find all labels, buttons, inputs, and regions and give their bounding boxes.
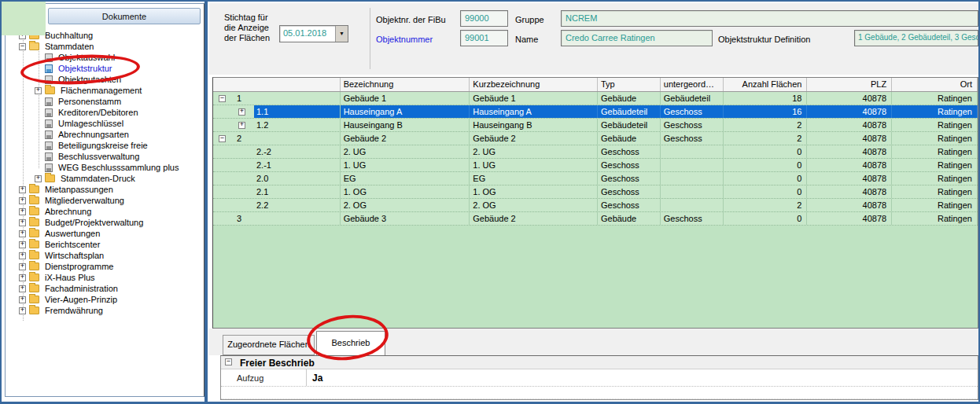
sidebar-item-mitgliederverwaltung[interactable]: +Mitgliederverwaltung <box>10 195 201 206</box>
doc-icon <box>45 141 53 150</box>
sidebar-item-wirtschaftsplan[interactable]: +Wirtschaftsplan <box>10 250 201 261</box>
plus-expander-icon[interactable]: + <box>19 263 26 270</box>
cell-untergeord: Geschoss <box>661 105 724 118</box>
plus-expander-icon[interactable]: + <box>19 208 26 215</box>
plus-expander-icon[interactable]: + <box>35 175 42 182</box>
cell-plz: 40878 <box>807 105 892 118</box>
name-field[interactable]: Credo Carree Ratingen <box>561 30 713 46</box>
sidebar-item-auswertungen[interactable]: +Auswertungen <box>10 228 201 239</box>
table-row-2-0[interactable]: 2.0EGEGGeschoss040878Ratingen <box>213 172 978 185</box>
plus-expander-icon[interactable]: + <box>19 252 26 259</box>
cell-typ: Gebäude <box>598 132 661 145</box>
cell-plz: 40878 <box>807 212 892 225</box>
cell-anzahl-fl-chen: 2 <box>724 119 808 131</box>
sidebar-item-umlageschl-ssel[interactable]: Umlageschlüssel <box>10 118 201 129</box>
gruppe-field[interactable]: NCREM <box>561 10 978 27</box>
cell-bezeichnung: 1. OG <box>341 185 470 198</box>
stichtag-label: Stichtag für die Anzeige der Flächen <box>224 13 270 43</box>
plus-expander-icon[interactable]: + <box>238 108 245 116</box>
table-row-1[interactable]: −1Gebäude 1Gebäude 1GebäudeGebäudeteil18… <box>213 92 978 105</box>
objektstruktur-definition-field[interactable]: 1 Gebäude, 2 Gebäudeteil, 3 Geschoss <box>854 30 978 46</box>
table-row-3[interactable]: 3Gebäude 3Gebäude 2GebäudeGeschoss040878… <box>213 212 978 226</box>
sidebar-item-label: Fachadministration <box>43 284 120 293</box>
plus-expander-icon[interactable]: + <box>35 87 42 94</box>
collapse-minus-icon[interactable]: − <box>225 358 232 365</box>
sidebar-item-abrechnung[interactable]: +Abrechnung <box>10 206 201 217</box>
sidebar-item-fl-chenmanagement[interactable]: +Flächenmanagement <box>10 85 201 96</box>
objektnr-fibu-field[interactable]: 99000 <box>460 10 508 27</box>
sidebar-item-ix-haus-plus[interactable]: +iX-Haus Plus <box>10 272 201 283</box>
sidebar-item-fachadministration[interactable]: +Fachadministration <box>10 283 201 294</box>
plus-expander-icon[interactable]: + <box>19 219 26 226</box>
sidebar-item-kreditoren-debitoren[interactable]: Kreditoren/Debitoren <box>10 107 201 118</box>
column-header-ort[interactable]: Ort <box>892 78 978 91</box>
sidebar-item-budget-projektverwaltung[interactable]: +Budget/Projektverwaltung <box>10 217 201 228</box>
doc-icon <box>45 130 53 139</box>
column-header-tree[interactable] <box>213 78 341 91</box>
table-row-2-1[interactable]: 2.-11. UG1. UGGeschoss040878Ratingen <box>213 159 978 172</box>
cell-bezeichnung: Gebäude 2 <box>341 132 470 145</box>
table-row-1-1[interactable]: +1.1Hauseingang AHauseingang AGebäudetei… <box>213 105 978 119</box>
stichtag-date-select[interactable]: 05.01.2018 ▼ <box>279 25 348 42</box>
folder-icon <box>45 86 55 94</box>
cell-anzahl-fl-chen: 2 <box>724 132 808 145</box>
sidebar-item-fremdw-hrung[interactable]: +Fremdwährung <box>10 305 201 316</box>
cell-bezeichnung: EG <box>341 172 470 185</box>
tab-zugeordnete-fl-chen[interactable]: Zugeordnete Flächen <box>223 335 315 355</box>
column-header-typ[interactable]: Typ <box>598 78 661 91</box>
folder-icon <box>29 252 39 259</box>
table-row-2-1[interactable]: 2.11. OG1. OGGeschoss040878Ratingen <box>213 185 978 199</box>
plus-expander-icon[interactable]: + <box>19 186 26 193</box>
sidebar-item-stammdaten[interactable]: −Stammdaten <box>10 41 201 52</box>
folder-icon <box>29 196 39 204</box>
sidebar-item-weg-beschlusssammlung-plus[interactable]: WEG Beschlusssammlung plus <box>10 162 201 173</box>
column-header-bezeichnung[interactable]: Bezeichnung <box>341 78 470 91</box>
sidebar-item-abrechnungsarten[interactable]: Abrechnungsarten <box>10 129 201 140</box>
row-number-label: 1.2 <box>254 119 340 131</box>
sidebar-item-mietanpassungen[interactable]: +Mietanpassungen <box>10 184 201 195</box>
sidebar-item-vier-augen-prinzip[interactable]: +Vier-Augen-Prinzip <box>10 294 201 305</box>
column-header-plz[interactable]: PLZ <box>807 78 892 91</box>
row-number-label: 2.2 <box>254 199 340 211</box>
sidebar-item-personenstamm[interactable]: Personenstamm <box>10 96 201 107</box>
cell-kurzbezeichnung: EG <box>470 172 598 185</box>
plus-expander-icon[interactable]: + <box>19 296 26 303</box>
sidebar-item-beteiligungskreise-freie[interactable]: Beteiligungskreise freie <box>10 140 201 151</box>
cell-plz: 40878 <box>807 145 892 158</box>
plus-expander-icon[interactable]: + <box>19 197 26 204</box>
plus-expander-icon[interactable]: + <box>19 230 26 237</box>
row-number-label: 2.0 <box>254 172 340 185</box>
sidebar-item-label: Mitgliederverwaltung <box>43 196 126 205</box>
dokumente-button[interactable]: Dokumente <box>48 8 201 24</box>
sidebar-item-label: Mietanpassungen <box>43 185 115 194</box>
sidebar-item-berichtscenter[interactable]: +Berichtscenter <box>10 239 201 250</box>
sidebar-item-label: Stammdaten <box>43 42 95 51</box>
column-header-anzahl-fl-chen[interactable]: Anzahl Flächen <box>724 78 808 91</box>
sidebar-item-stammdaten-druck[interactable]: +Stammdaten-Druck <box>10 173 201 184</box>
table-row-2-2[interactable]: 2.22. OG2. OGGeschoss240878Ratingen <box>213 199 978 212</box>
minus-expander-icon[interactable]: − <box>19 43 26 50</box>
row-number-label: 2.-2 <box>254 145 340 158</box>
sidebar-item-dienstprogramme[interactable]: +Dienstprogramme <box>10 261 201 272</box>
plus-expander-icon[interactable]: + <box>19 241 26 248</box>
beschrieb-row-aufzug[interactable]: Aufzug Ja <box>221 369 978 387</box>
plus-expander-icon[interactable]: + <box>19 307 26 314</box>
table-row-2[interactable]: −2Gebäude 2Gebäude 2GebäudeGeschoss24087… <box>213 132 978 145</box>
cell-kurzbezeichnung: 1. UG <box>470 159 598 171</box>
chevron-down-icon[interactable]: ▼ <box>335 26 348 42</box>
column-header-kurzbezeichnung[interactable]: Kurzbezeichnung <box>470 78 598 91</box>
beschrieb-column-divider <box>306 369 307 386</box>
table-row-2-2[interactable]: 2.-22. UG2. UGGeschoss040878Ratingen <box>213 145 978 159</box>
plus-expander-icon[interactable]: + <box>19 285 26 292</box>
column-header-untergeord[interactable]: untergeord… <box>661 78 724 91</box>
sidebar-item-label: iX-Haus Plus <box>43 273 97 282</box>
folder-icon <box>29 208 39 215</box>
sidebar-item-label: Stammdaten-Druck <box>59 174 137 183</box>
plus-expander-icon[interactable]: + <box>238 122 245 129</box>
minus-expander-icon[interactable]: − <box>219 135 226 142</box>
objektnummer-field[interactable]: 99001 <box>460 30 508 46</box>
sidebar-item-beschlussverwaltung[interactable]: Beschlussverwaltung <box>10 151 201 162</box>
plus-expander-icon[interactable]: + <box>19 274 26 281</box>
table-row-1-2[interactable]: +1.2Hauseingang BHauseingang BGebäudetei… <box>213 119 978 132</box>
minus-expander-icon[interactable]: − <box>219 95 226 102</box>
